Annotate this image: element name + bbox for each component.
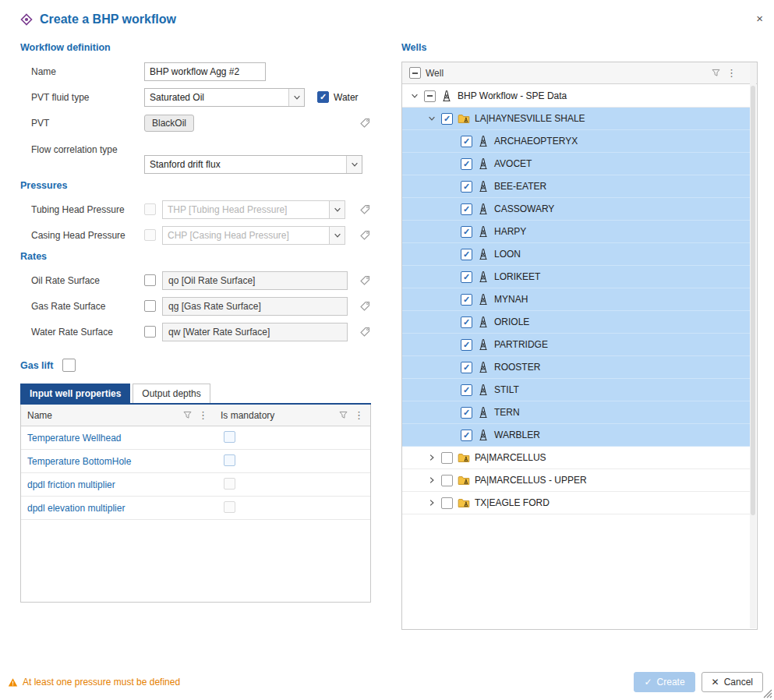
select-all-wells-checkbox[interactable] [409,67,421,79]
checkbox[interactable] [461,362,472,373]
tubing-head-pressure-checkbox[interactable] [144,203,156,215]
checkbox[interactable] [461,384,472,396]
flow-correlation-select[interactable]: Stanford drift flux [144,155,362,174]
checkbox[interactable] [461,407,472,419]
checkbox[interactable] [441,475,453,486]
filter-icon[interactable] [711,68,721,78]
column-header-is-mandatory: Is mandatory [221,410,274,421]
gas-lift-checkbox[interactable] [62,359,76,372]
well-tree-row[interactable]: CASSOWARY [402,198,750,221]
kebab-menu-icon[interactable]: ⋮ [198,410,208,420]
kebab-menu-icon[interactable]: ⋮ [354,410,364,420]
casing-head-pressure-select[interactable]: CHP [Casing Head Pressure] [162,226,345,245]
property-name-link[interactable]: Temperature Wellhead [21,433,214,444]
well-tree-row[interactable]: MYNAH [402,288,750,311]
chevron-down-icon[interactable] [427,114,436,123]
property-name-link[interactable]: dpdl friction multiplier [21,479,214,490]
well-tree-row[interactable]: WARBLER [402,424,750,447]
tag-icon[interactable] [359,274,371,287]
tab-output-depths[interactable]: Output depths [133,384,210,403]
well-tree-row[interactable]: PA|MARCELLUS - UPPER [402,469,750,492]
well-tree-row[interactable]: LA|HAYNESVILLE SHALE [402,108,750,130]
resize-grip-icon[interactable] [763,689,772,698]
chevron-right-icon[interactable] [427,453,436,462]
well-tree-row[interactable]: BHP Workflow - SPE Data [402,85,750,108]
well-tree-row[interactable]: ARCHAEOPTERYX [402,130,750,153]
well-tree-row[interactable]: AVOCET [402,153,750,175]
well-tree-row[interactable]: TX|EAGLE FORD [402,492,750,514]
pvt-chip[interactable]: BlackOil [144,115,194,132]
dropdown-arrow[interactable] [346,156,362,173]
dropdown-arrow[interactable] [288,89,304,106]
tag-icon[interactable] [359,229,371,242]
table-row[interactable]: Temperature Wellhead [21,426,370,450]
casing-head-pressure-checkbox[interactable] [144,229,156,241]
oil-rate-checkbox[interactable] [144,274,156,286]
checkbox[interactable] [224,431,235,443]
checkbox[interactable] [461,226,472,238]
checkbox[interactable] [441,113,453,125]
checkbox[interactable] [441,452,453,464]
validation-warning: At least one pressure must be defined [8,677,180,688]
chevron-right-icon[interactable] [427,498,436,507]
water-rate-value: qw [Water Rate Surface] [168,327,270,338]
property-name-link[interactable]: dpdl elevation multiplier [21,503,214,514]
gas-rate-checkbox[interactable] [144,300,156,312]
gas-rate-field[interactable]: qg [Gas Rate Surface] [162,297,348,316]
scrollbar-thumb[interactable] [751,86,755,515]
well-tree-row[interactable]: TERN [402,401,750,424]
checkbox[interactable] [424,90,436,102]
pvt-fluid-type-select[interactable]: Saturated Oil [144,88,305,107]
kebab-menu-icon[interactable]: ⋮ [726,68,737,78]
filter-icon[interactable] [338,410,348,420]
filter-icon[interactable] [182,410,193,420]
chevron-right-icon[interactable] [427,476,436,485]
cancel-button[interactable]: ✕ Cancel [702,672,763,692]
checkbox[interactable] [461,158,472,170]
name-input[interactable] [144,62,266,81]
tag-icon[interactable] [359,326,371,338]
checkbox[interactable] [461,339,472,351]
tag-icon[interactable] [359,117,371,129]
checkbox[interactable] [461,294,472,306]
checkbox[interactable] [224,501,235,513]
well-tree-row[interactable]: BEE-EATER [402,175,750,198]
property-name-link[interactable]: Temperature BottomHole [21,456,214,467]
vertical-scrollbar[interactable] [750,63,756,628]
checkbox[interactable] [461,316,472,328]
checkbox[interactable] [461,203,472,215]
table-row[interactable]: Temperature BottomHole [21,450,370,473]
well-tree-row[interactable]: PA|MARCELLUS [402,447,750,469]
checkbox[interactable] [461,136,472,147]
well-tree-row[interactable]: LORIKEET [402,266,750,288]
close-icon[interactable]: × [756,12,763,24]
checkbox[interactable] [461,430,472,441]
well-tree-row[interactable]: ROOSTER [402,356,750,379]
chevron-down-icon[interactable] [410,91,419,101]
well-tree-row[interactable]: ORIOLE [402,311,750,334]
checkbox[interactable] [461,249,472,260]
well-tree-row[interactable]: LOON [402,243,750,266]
checkbox[interactable] [224,478,235,490]
tag-icon[interactable] [359,203,371,216]
checkbox[interactable] [461,271,472,283]
tubing-head-pressure-select[interactable]: THP [Tubing Head Pressure] [162,200,345,219]
checkbox[interactable] [224,454,235,466]
water-rate-field[interactable]: qw [Water Rate Surface] [162,323,348,341]
left-panel: Workflow definition Name PVT fluid type … [20,42,371,630]
casing-head-pressure-value: CHP [Casing Head Pressure] [163,230,329,241]
well-tree-row[interactable]: PARTRIDGE [402,334,750,356]
table-row[interactable]: dpdl elevation multiplier [21,497,370,520]
checkbox[interactable] [441,497,453,509]
water-rate-checkbox[interactable] [144,326,156,338]
tab-input-well-properties[interactable]: Input well properties [20,384,130,403]
table-row[interactable]: dpdl friction multiplier [21,473,370,497]
checkbox[interactable] [461,181,472,193]
create-button-label: Create [657,677,685,688]
water-checkbox[interactable] [317,91,329,103]
tag-icon[interactable] [359,300,371,313]
well-tree-row[interactable]: STILT [402,379,750,401]
create-button[interactable]: ✓ Create [634,672,694,692]
well-tree-row[interactable]: HARPY [402,221,750,243]
oil-rate-field[interactable]: qo [Oil Rate Surface] [162,271,348,290]
